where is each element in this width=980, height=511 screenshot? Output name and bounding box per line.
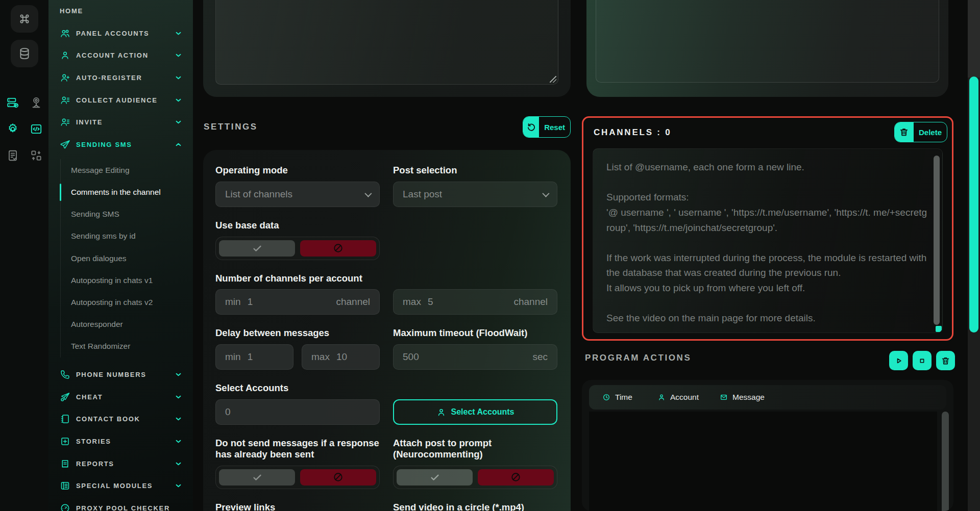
use-base-data-toggle [215, 237, 380, 260]
sidebar-item-proxy-pool-checker[interactable]: PROXY POOL CHECKER [60, 497, 183, 511]
reset-button[interactable]: Reset [523, 116, 571, 138]
sidebar-item-invite[interactable]: INVITE [60, 111, 183, 134]
channels-resize-handle[interactable] [936, 326, 942, 332]
toggle-no-button[interactable] [300, 240, 376, 257]
check-icon [429, 472, 440, 483]
gear-tool[interactable] [5, 121, 20, 137]
post-selection-value: Last post [403, 189, 442, 200]
sidebar-item-label: REPORTS [76, 460, 114, 468]
page-scrollbar-thumb[interactable] [969, 76, 978, 333]
sidebar-nav: HOMEPANEL ACCOUNTSACCOUNT ACTIONAUTO-REG… [48, 0, 193, 511]
program-actions-title: PROGRAM ACTIONS [585, 353, 691, 363]
table-scrollbar-thumb[interactable] [942, 412, 949, 511]
sidebar-item-label: ACCOUNT ACTION [76, 52, 149, 59]
server-check-tool[interactable] [5, 95, 20, 110]
chevron-down-icon [174, 51, 183, 60]
program-actions-table: Time Account Message [582, 380, 953, 511]
sidebar-item-label: INVITE [76, 118, 103, 126]
delete-channels-button[interactable]: Delete [894, 122, 947, 142]
sidebar-item-special-modules[interactable]: SPECIAL MODULES [60, 475, 183, 497]
trash-icon [941, 356, 950, 366]
code-window-tool[interactable] [29, 121, 44, 137]
delay-max-value: 10 [336, 351, 347, 363]
table-scrollbar-track[interactable] [942, 412, 949, 507]
delay-min-input[interactable]: min 1 [215, 344, 293, 370]
stop-button[interactable] [913, 351, 932, 370]
webcam-tool[interactable] [29, 95, 44, 110]
doc-check-icon [6, 149, 19, 162]
timeout-input[interactable]: 500 sec [393, 344, 557, 370]
sidebar-subitem-autoposting-in-chats-v2[interactable]: Autoposting in chats v2 [61, 291, 183, 313]
sidebar-item-contact-book[interactable]: CONTACT BOOK [60, 408, 183, 430]
play-button[interactable] [889, 351, 908, 370]
toggle-yes-button[interactable] [219, 240, 295, 257]
sidebar-subitem-open-dialogues[interactable]: Open dialogues [61, 247, 183, 269]
sidebar-subitem-comments-in-the-channel[interactable]: Comments in the channel [61, 181, 183, 203]
channels-textarea[interactable]: List of @username, each one form a new l… [593, 148, 943, 333]
sidebar-item-label: PROXY POOL CHECKER [76, 504, 170, 511]
accounts-count-input[interactable]: 0 [215, 399, 380, 425]
toggle-no-button[interactable] [300, 469, 376, 486]
sidebar-item-reports[interactable]: REPORTS [60, 452, 183, 475]
sidebar-subitem-sending-sms-by-id[interactable]: Sending sms by id [61, 225, 183, 247]
swap-tool[interactable] [29, 148, 44, 163]
max-prefix: max [403, 296, 421, 308]
ban-icon [333, 243, 344, 253]
chevron-down-icon [174, 393, 183, 401]
channels-min-input[interactable]: min 1 channel [215, 289, 380, 315]
toggle-yes-button[interactable] [397, 469, 473, 486]
post-selection-select[interactable]: Last post [393, 182, 557, 207]
post-selection-label: Post selection [393, 165, 557, 176]
sidebar-item-phone-numbers[interactable]: PHONE NUMBERS [60, 364, 183, 386]
operating-mode-label: Operating mode [215, 165, 380, 176]
channels-max-input[interactable]: max 5 channel [393, 289, 557, 315]
channels-scrollbar[interactable] [934, 156, 940, 325]
command-menu-button[interactable] [11, 5, 38, 33]
toggle-no-button[interactable] [478, 469, 554, 486]
no-resend-group: Do not send messages if a response has a… [215, 438, 380, 489]
sidebar-item-sending-sms[interactable]: SENDING SMS [60, 134, 183, 156]
sidebar-item-panel-accounts[interactable]: PANEL ACCOUNTS [60, 22, 183, 45]
play-icon [894, 356, 903, 366]
channels-per-account-min-group: Number of channels per account min 1 cha… [215, 273, 380, 315]
sidebar-item-home[interactable]: HOME [60, 0, 183, 22]
sidebar-item-account-action[interactable]: ACCOUNT ACTION [60, 44, 183, 67]
sidebar-subitem-autoresponder[interactable]: Autoresponder [61, 313, 183, 335]
settings-title: SETTINGS [204, 122, 258, 132]
trash-icon [895, 122, 914, 142]
use-base-data-label: Use base data [215, 220, 380, 231]
chevron-down-icon [174, 459, 183, 468]
send-video-group: Send video in a circle (*.mp4) [393, 502, 557, 511]
sidebar-item-collect-audience[interactable]: COLLECT AUDIENCE [60, 89, 183, 111]
operating-mode-select[interactable]: List of channels [215, 182, 380, 207]
sidebar-subitem-text-randomizer[interactable]: Text Randomizer [61, 336, 183, 357]
person-icon [60, 50, 70, 61]
no-resend-label: Do not send messages if a response has a… [215, 438, 380, 460]
delay-max-input[interactable]: max 10 [302, 344, 380, 370]
channels-per-account-label: Number of channels per account [215, 273, 380, 284]
database-button[interactable] [11, 40, 38, 67]
reset-icon [526, 122, 536, 132]
secondary-textarea[interactable] [596, 0, 939, 83]
accounts-count-value: 0 [225, 406, 231, 418]
delay-max-prefix: max [311, 351, 330, 363]
sidebar-subitem-message-editing[interactable]: Message Editing [61, 159, 183, 181]
clear-actions-button[interactable] [936, 351, 955, 370]
channels-title: CHANNELS : 0 [594, 127, 672, 138]
sidebar-item-stories[interactable]: STORIES [60, 430, 183, 453]
toggle-yes-button[interactable] [219, 469, 295, 486]
people-icon [60, 28, 70, 39]
message-textarea[interactable] [215, 0, 558, 85]
operating-mode-value: List of channels [225, 189, 292, 200]
contact-book-icon [60, 414, 70, 424]
send-video-label: Send video in a circle (*.mp4) [393, 502, 557, 511]
select-accounts-button[interactable]: Select Accounts [393, 399, 557, 425]
doc-check-tool[interactable] [5, 148, 20, 163]
sidebar-item-cheat[interactable]: CHEAT [60, 386, 183, 408]
attach-post-toggle [393, 466, 557, 489]
resize-handle[interactable] [550, 76, 556, 83]
sidebar-subitem-sending-sms[interactable]: Sending SMS [61, 203, 183, 225]
sidebar-item-label: CONTACT BOOK [76, 415, 140, 423]
sidebar-subitem-autoposting-in-chats-v1[interactable]: Autoposting in chats v1 [61, 269, 183, 291]
sidebar-item-auto-register[interactable]: AUTO-REGISTER [60, 67, 183, 89]
